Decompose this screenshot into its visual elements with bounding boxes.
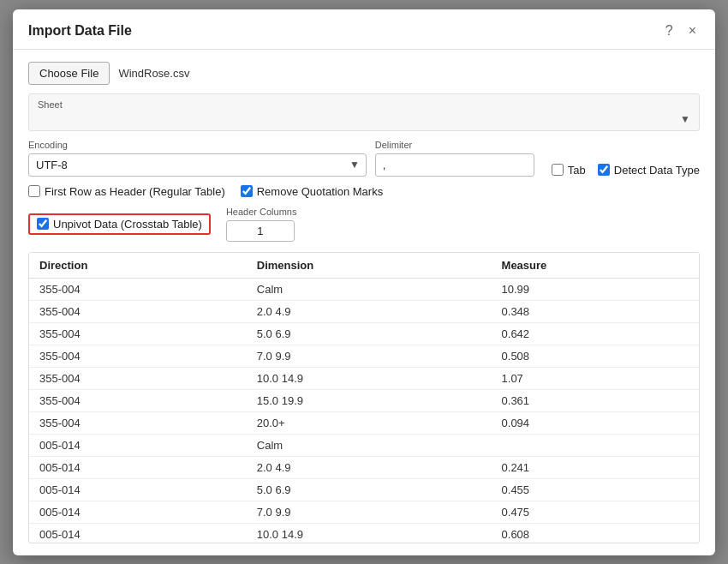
col-direction: Direction	[29, 253, 247, 279]
table-cell: Calm	[247, 434, 492, 456]
tab-checkbox[interactable]	[552, 164, 564, 176]
table-row: 005-01410.0 14.90.608	[29, 523, 699, 543]
table-cell: 1.07	[492, 367, 699, 389]
table-cell: 355-004	[29, 389, 247, 411]
table-cell: 355-004	[29, 300, 247, 322]
table-row: 005-0147.0 9.90.475	[29, 501, 699, 523]
options-row: First Row as Header (Regular Table) Remo…	[28, 185, 700, 198]
table-row: 355-004Calm10.99	[29, 278, 699, 300]
remove-quotation-marks-text: Remove Quotation Marks	[257, 185, 383, 198]
table-row: 355-0042.0 4.90.348	[29, 300, 699, 322]
sheet-label: Sheet	[38, 99, 690, 110]
data-table-container: Direction Dimension Measure 355-004Calm1…	[28, 252, 700, 543]
delimiter-group: Delimiter	[375, 140, 534, 177]
table-row: 005-0142.0 4.90.241	[29, 456, 699, 478]
table-cell: 355-004	[29, 278, 247, 300]
table-cell: 0.475	[492, 501, 699, 523]
table-cell: 5.0 6.9	[247, 322, 492, 345]
table-cell: 0.608	[492, 523, 699, 543]
unpivot-data-checkbox[interactable]	[37, 218, 49, 230]
table-row: 005-0145.0 6.90.455	[29, 478, 699, 501]
choose-file-button[interactable]: Choose File	[28, 62, 110, 85]
header-icons: ? ×	[662, 21, 700, 40]
first-row-header-text: First Row as Header (Regular Table)	[45, 185, 225, 198]
table-row: 355-00410.0 14.91.07	[29, 367, 699, 389]
table-row: 355-00415.0 19.90.361	[29, 389, 699, 411]
delimiter-input[interactable]	[375, 153, 534, 177]
table-header-row: Direction Dimension Measure	[29, 253, 699, 279]
header-columns-group: Header Columns	[226, 207, 297, 242]
file-row: Choose File WindRose.csv	[28, 62, 700, 85]
encoding-label: Encoding	[28, 140, 367, 150]
table-cell: 005-014	[29, 501, 247, 523]
detect-data-type-text: Detect Data Type	[614, 164, 700, 177]
table-cell: 005-014	[29, 434, 247, 456]
table-cell: 005-014	[29, 456, 247, 478]
filename-label: WindRose.csv	[118, 67, 189, 80]
data-table: Direction Dimension Measure 355-004Calm1…	[29, 253, 699, 543]
table-row: 355-00420.0+0.094	[29, 411, 699, 434]
header-columns-input[interactable]	[226, 220, 295, 242]
table-cell: 7.0 9.9	[247, 501, 492, 523]
table-cell: 15.0 19.9	[247, 389, 492, 411]
delimiter-label: Delimiter	[375, 140, 534, 150]
encoding-select[interactable]: UTF-8	[28, 153, 367, 177]
unpivot-checkbox-box: Unpivot Data (Crosstab Table)	[28, 213, 211, 235]
table-cell: 10.0 14.9	[247, 367, 492, 389]
remove-quotation-marks-checkbox[interactable]	[241, 185, 253, 197]
tab-checkbox-label[interactable]: Tab	[552, 164, 586, 177]
table-cell: 355-004	[29, 322, 247, 345]
table-cell: 005-014	[29, 478, 247, 501]
table-cell: 005-014	[29, 523, 247, 543]
encoding-delimiter-row: Encoding UTF-8 ▼ Delimiter Tab	[28, 140, 700, 177]
encoding-group: Encoding UTF-8 ▼	[28, 140, 367, 177]
close-button[interactable]: ×	[685, 21, 700, 40]
table-cell: 5.0 6.9	[247, 478, 492, 501]
table-cell: 0.455	[492, 478, 699, 501]
table-cell	[492, 434, 699, 456]
help-button[interactable]: ?	[662, 21, 677, 40]
table-cell: 0.094	[492, 411, 699, 434]
header-columns-label: Header Columns	[226, 207, 297, 217]
table-cell: 10.0 14.9	[247, 523, 492, 543]
table-cell: 0.348	[492, 300, 699, 322]
table-cell: 355-004	[29, 367, 247, 389]
table-cell: 0.241	[492, 456, 699, 478]
col-measure: Measure	[492, 253, 699, 279]
detect-data-type-label[interactable]: Detect Data Type	[598, 164, 700, 177]
import-dialog: Import Data File ? × Choose File WindRos…	[13, 9, 715, 555]
table-row: 355-0047.0 9.90.508	[29, 345, 699, 367]
sheet-section: Sheet ▼	[28, 93, 700, 131]
table-cell: 0.508	[492, 345, 699, 367]
table-row: 005-014Calm	[29, 434, 699, 456]
table-cell: 10.99	[492, 278, 699, 300]
dialog-title: Import Data File	[28, 23, 132, 39]
unpivot-row: Unpivot Data (Crosstab Table) Header Col…	[28, 207, 700, 242]
table-cell: 20.0+	[247, 411, 492, 434]
detect-data-type-checkbox[interactable]	[598, 164, 610, 176]
table-cell: 0.642	[492, 322, 699, 345]
sheet-dropdown[interactable]: ▼	[38, 113, 690, 125]
sheet-dropdown-arrow-icon: ▼	[680, 113, 690, 125]
right-options: Tab Detect Data Type	[552, 164, 700, 177]
table-cell: Calm	[247, 278, 492, 300]
table-cell: 355-004	[29, 345, 247, 367]
table-row: 355-0045.0 6.90.642	[29, 322, 699, 345]
table-cell: 2.0 4.9	[247, 456, 492, 478]
dialog-body: Choose File WindRose.csv Sheet ▼ Encodin…	[13, 50, 715, 555]
table-cell: 7.0 9.9	[247, 345, 492, 367]
col-dimension: Dimension	[247, 253, 492, 279]
encoding-select-wrapper: UTF-8 ▼	[28, 153, 367, 177]
table-cell: 0.361	[492, 389, 699, 411]
remove-quotation-marks-label[interactable]: Remove Quotation Marks	[241, 185, 383, 198]
table-cell: 2.0 4.9	[247, 300, 492, 322]
unpivot-data-label[interactable]: Unpivot Data (Crosstab Table)	[37, 218, 202, 231]
first-row-header-label[interactable]: First Row as Header (Regular Table)	[28, 185, 225, 198]
table-cell: 355-004	[29, 411, 247, 434]
dialog-header: Import Data File ? ×	[13, 9, 715, 50]
first-row-header-checkbox[interactable]	[28, 185, 40, 197]
unpivot-data-text: Unpivot Data (Crosstab Table)	[53, 218, 202, 231]
tab-label: Tab	[568, 164, 586, 177]
